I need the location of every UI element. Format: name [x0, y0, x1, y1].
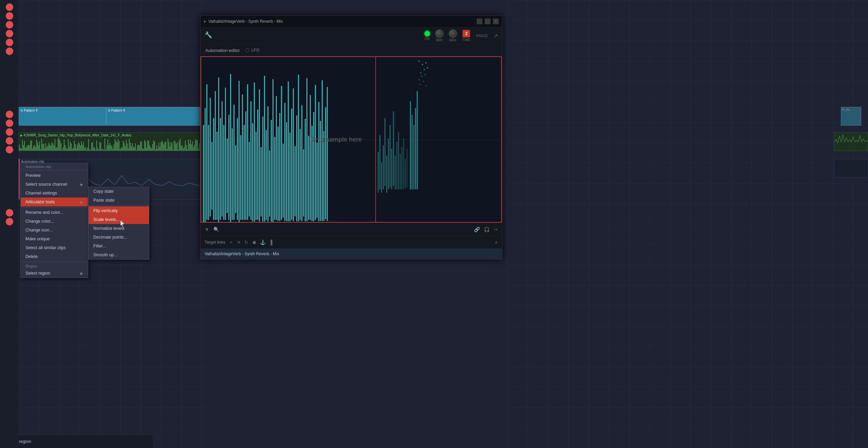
- svg-rect-95: [116, 141, 116, 151]
- svg-rect-45: [65, 145, 65, 151]
- min-label: MIN: [436, 38, 442, 42]
- minimize-button[interactable]: −: [477, 19, 482, 24]
- sidebar-dot-10[interactable]: [6, 137, 13, 145]
- sidebar-dot-2[interactable]: [6, 12, 13, 20]
- sidebar-dot-8[interactable]: [6, 119, 13, 127]
- link-icon[interactable]: ↗: [493, 33, 498, 39]
- svg-rect-27: [46, 147, 47, 151]
- svg-rect-273: [407, 149, 408, 188]
- svg-rect-139: [161, 142, 161, 151]
- svg-rect-145: [167, 149, 167, 151]
- context-menu-select-similar[interactable]: Select all similar clips: [21, 243, 88, 252]
- svg-rect-79: [99, 142, 100, 151]
- svg-rect-98: [119, 141, 119, 151]
- submenu-normalize-levels[interactable]: Normalize levels: [89, 224, 149, 233]
- svg-rect-55: [75, 144, 76, 151]
- svg-rect-22: [41, 138, 42, 151]
- context-menu-change-color[interactable]: Change color...: [21, 217, 88, 226]
- svg-rect-60: [80, 145, 81, 151]
- on-indicator[interactable]: [424, 31, 430, 36]
- sidebar-dot-4[interactable]: [6, 30, 13, 37]
- automation-canvas[interactable]: Drag sample here: [201, 56, 502, 223]
- min-knob[interactable]: [435, 30, 444, 38]
- refresh-link-icon[interactable]: ↻: [244, 240, 248, 245]
- svg-rect-198: [230, 74, 231, 222]
- svg-rect-78: [98, 149, 99, 151]
- context-menu-channel-settings[interactable]: Channel settings: [21, 189, 88, 198]
- link-bottom-icon[interactable]: 🔗: [474, 227, 480, 232]
- max-knob[interactable]: [449, 30, 457, 38]
- svg-rect-174: [196, 139, 197, 151]
- svg-rect-263: [390, 125, 391, 188]
- pattern-block-2[interactable]: Pattern 4: [106, 107, 215, 126]
- maximize-button[interactable]: □: [485, 19, 490, 24]
- svg-rect-18: [37, 142, 38, 151]
- submenu-arrow-region: ▶: [80, 272, 83, 275]
- pattern-block-1[interactable]: Pattern 4: [19, 107, 106, 126]
- svg-rect-264: [391, 149, 392, 189]
- collapse-target-links[interactable]: ∧: [495, 240, 498, 245]
- sidebar-dot-7[interactable]: [6, 111, 13, 118]
- svg-rect-149: [171, 142, 171, 151]
- sidebar-dot-9[interactable]: [6, 128, 13, 136]
- svg-rect-88: [109, 145, 109, 151]
- snap-link-icon[interactable]: ⚓: [260, 240, 266, 245]
- submenu-filter[interactable]: Filter...: [89, 242, 149, 250]
- sidebar-dot-1[interactable]: [6, 3, 13, 11]
- plug-link-icon[interactable]: ⏺: [252, 240, 257, 245]
- svg-rect-54: [74, 141, 75, 151]
- arrow-right-icon[interactable]: ↪: [494, 227, 498, 232]
- submenu-flip-vertically[interactable]: Flip vertically: [89, 206, 149, 215]
- bar-link-icon[interactable]: ▐: [269, 240, 272, 245]
- svg-rect-16: [35, 147, 36, 151]
- sidebar-dot-11[interactable]: [6, 146, 13, 153]
- svg-rect-123: [144, 140, 145, 151]
- svg-rect-85: [106, 149, 106, 151]
- right-track-area: F_Ar...: [507, 0, 868, 448]
- svg-rect-127: [148, 141, 149, 151]
- submenu-smooth-up[interactable]: Smooth up...: [89, 250, 149, 259]
- context-menu-delete[interactable]: Delete: [21, 252, 88, 261]
- submenu-copy-state[interactable]: Copy state: [89, 187, 149, 196]
- svg-rect-117: [138, 145, 139, 151]
- context-menu-articulator[interactable]: Articulator tools ▶: [21, 198, 88, 206]
- svg-rect-247: [313, 112, 314, 221]
- submenu-paste-state[interactable]: Paste state: [89, 196, 149, 205]
- close-button[interactable]: ×: [493, 19, 498, 24]
- context-menu-make-unique[interactable]: Make unique: [21, 235, 88, 243]
- svg-rect-199: [232, 128, 233, 220]
- svg-rect-86: [107, 145, 107, 151]
- sidebar-dot-6[interactable]: [6, 48, 13, 55]
- svg-rect-267: [396, 142, 397, 189]
- svg-rect-255: [327, 87, 328, 221]
- add-link-icon[interactable]: ＋: [229, 239, 233, 245]
- context-menu-select-region[interactable]: Select region ▶: [21, 269, 88, 278]
- play-icon[interactable]: ▼: [205, 227, 209, 232]
- svg-rect-68: [88, 139, 89, 151]
- sidebar-dot-12[interactable]: [6, 209, 13, 217]
- svg-rect-7: [26, 147, 27, 151]
- context-menu-rename[interactable]: Rename and color...: [21, 208, 88, 217]
- zoom-icon[interactable]: 🔍: [213, 227, 219, 232]
- submenu-decimate-points[interactable]: Decimate points...: [89, 233, 149, 242]
- remove-link-icon[interactable]: ✕: [237, 240, 241, 245]
- sidebar-dot-3[interactable]: [6, 21, 13, 29]
- svg-rect-212: [254, 82, 255, 222]
- wrench-icon[interactable]: 🔧: [205, 31, 214, 41]
- submenu-scale-levels[interactable]: Scale levels...: [89, 215, 149, 224]
- svg-rect-159: [181, 146, 182, 151]
- selected-track-name: ValhallaVintageVerb - Synth Reverb - Mix: [205, 251, 279, 256]
- sidebar-dot-5[interactable]: [6, 39, 13, 46]
- range-badge[interactable]: 2: [463, 30, 470, 37]
- svg-rect-30: [50, 144, 50, 151]
- sidebar-dot-13[interactable]: [6, 218, 13, 225]
- svg-rect-243: [306, 78, 307, 221]
- svg-rect-188: [213, 118, 214, 220]
- context-menu-select-source[interactable]: Select source channel ▶: [21, 180, 88, 189]
- context-menu-preview[interactable]: Preview: [21, 171, 88, 180]
- headphone-icon[interactable]: 🎧: [484, 227, 490, 232]
- submenu-arrow-articulator: ▶: [80, 200, 83, 204]
- context-menu-change-icon[interactable]: Change icon...: [21, 226, 88, 235]
- lfo-radio[interactable]: [245, 48, 249, 52]
- audio-track[interactable]: KSHMR_Song_Starter_Hip_Hop_Bollywood_Aft…: [19, 132, 202, 151]
